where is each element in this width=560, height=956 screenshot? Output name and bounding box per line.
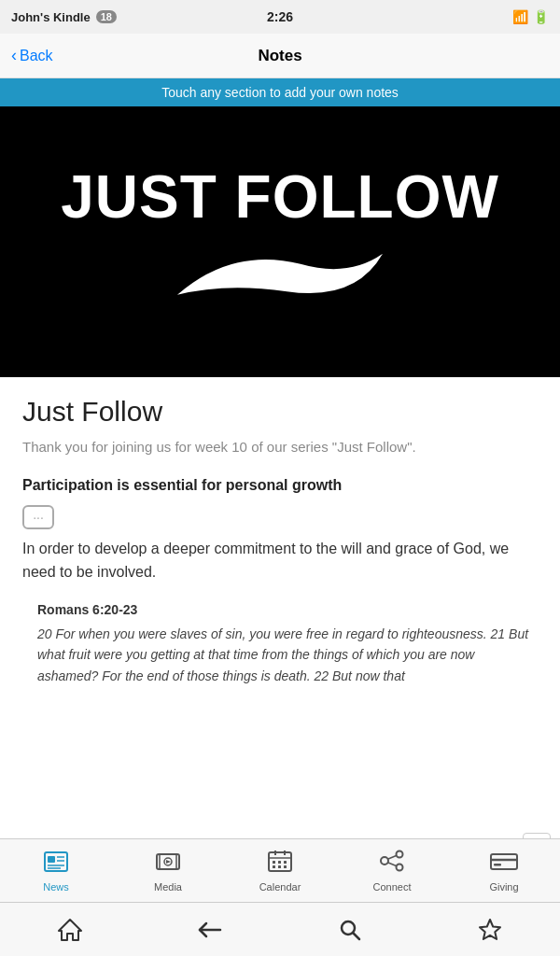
info-banner[interactable]: Touch any section to add your own notes <box>0 78 560 106</box>
nike-swoosh-icon <box>177 238 383 317</box>
content-area[interactable]: Just Follow Thank you for joining us for… <box>0 377 560 831</box>
connect-tab-icon <box>379 850 405 879</box>
notification-badge: 18 <box>96 10 117 23</box>
hero-title: JUST FOLLOW <box>61 167 499 227</box>
svg-point-21 <box>381 857 388 865</box>
article-title: Just Follow <box>22 396 538 428</box>
svg-rect-17 <box>284 861 287 864</box>
scripture-reference: Romans 6:20-23 <box>37 599 538 620</box>
nav-title: Notes <box>258 47 301 65</box>
wifi-icon: 📶 <box>512 9 528 24</box>
svg-line-25 <box>388 863 397 866</box>
tab-giving[interactable]: Giving <box>457 844 551 898</box>
back-button[interactable]: ‹ Back <box>11 46 53 65</box>
giving-tab-icon <box>490 850 518 879</box>
svg-rect-28 <box>494 864 501 866</box>
svg-rect-1 <box>48 856 55 863</box>
svg-rect-16 <box>278 861 281 864</box>
svg-marker-33 <box>480 920 500 939</box>
favorite-button[interactable] <box>462 909 518 950</box>
section-heading: Participation is essential for personal … <box>22 477 538 494</box>
svg-point-23 <box>397 864 403 870</box>
calendar-tab-label: Calendar <box>259 881 301 893</box>
battery-icon: 🔋 <box>533 9 549 24</box>
giving-tab-label: Giving <box>489 881 518 893</box>
connect-tab-label: Connect <box>373 881 412 893</box>
device-name: John's Kindle <box>11 10 91 24</box>
article-subtitle: Thank you for joining us for week 10 of … <box>22 437 538 458</box>
tab-news[interactable]: News <box>9 844 103 898</box>
svg-line-24 <box>388 855 397 859</box>
calendar-tab-icon <box>268 850 292 879</box>
body-text: In order to develop a deeper commitment … <box>22 537 538 584</box>
back-nav-button[interactable] <box>182 909 238 950</box>
hero-image[interactable]: JUST FOLLOW <box>0 106 560 377</box>
scripture-text: 20 For when you were slaves of sin, you … <box>37 626 528 683</box>
svg-marker-29 <box>59 920 81 940</box>
svg-rect-18 <box>273 865 275 868</box>
search-button[interactable] <box>322 909 378 950</box>
note-icon[interactable]: ··· <box>22 505 54 529</box>
svg-rect-15 <box>273 861 275 864</box>
status-time: 2:26 <box>267 9 293 24</box>
back-label: Back <box>20 48 53 64</box>
tab-connect[interactable]: Connect <box>345 844 439 898</box>
nav-bar: ‹ Back Notes <box>0 34 560 78</box>
tab-calendar[interactable]: Calendar <box>233 844 327 898</box>
bottom-nav <box>0 902 560 956</box>
svg-rect-26 <box>491 854 517 869</box>
svg-marker-8 <box>166 860 171 864</box>
tab-media[interactable]: Media <box>121 844 215 898</box>
scripture-block[interactable]: Romans 6:20-23 20 For when you were slav… <box>22 599 538 687</box>
svg-rect-20 <box>284 865 287 868</box>
news-tab-label: News <box>43 881 69 893</box>
news-tab-icon <box>44 850 68 879</box>
home-button[interactable] <box>42 909 98 950</box>
status-bar: John's Kindle 18 2:26 📶 🔋 <box>0 0 560 34</box>
banner-text: Touch any section to add your own notes <box>161 85 399 100</box>
media-tab-label: Media <box>154 881 182 893</box>
media-tab-icon <box>156 850 180 879</box>
svg-rect-19 <box>278 865 281 868</box>
svg-line-32 <box>354 933 360 939</box>
tab-bar: News Media <box>0 838 560 902</box>
chevron-left-icon: ‹ <box>11 46 17 65</box>
status-left: John's Kindle 18 <box>11 10 117 24</box>
status-right: 📶 🔋 <box>512 9 549 24</box>
svg-point-22 <box>397 851 403 857</box>
